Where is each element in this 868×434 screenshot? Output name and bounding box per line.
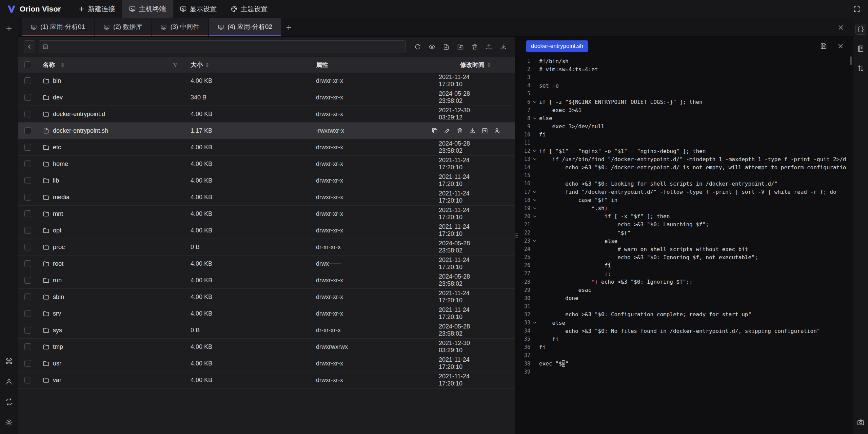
copy-path-button[interactable] [431,127,438,134]
sort-size-icon[interactable] [206,63,209,67]
topnav-item-3[interactable]: 显示设置 [173,0,224,18]
fold-toggle[interactable] [530,100,539,105]
delete-button[interactable] [469,41,481,53]
row-checkbox[interactable] [24,127,31,134]
file-name[interactable]: run [53,277,62,284]
upload-button[interactable] [483,41,495,53]
table-row[interactable]: docker-entrypoint.d4.00 KBdrwxr-xr-x2021… [18,106,515,122]
back-button[interactable] [24,40,35,53]
command-snippets-button[interactable] [855,43,867,54]
row-checkbox[interactable] [24,161,31,167]
file-name[interactable]: docker-entrypoint.d [53,111,105,118]
row-checkbox[interactable] [24,94,31,101]
sort-mtime-icon[interactable] [488,63,490,67]
topnav-item-4[interactable]: 主题设置 [224,0,275,18]
directory-tree-icon[interactable] [42,44,48,50]
permission-button[interactable] [494,127,501,134]
transfer-list-button[interactable] [855,62,867,74]
row-checkbox[interactable] [24,244,31,250]
select-all-checkbox[interactable] [24,61,31,68]
filter-icon[interactable] [172,62,178,68]
code-editor[interactable]: 1#!/bin/sh2# vim:sw=4:ts=4:et34set -e56i… [519,55,853,434]
row-checkbox[interactable] [24,144,31,151]
fold-toggle[interactable] [530,116,539,121]
table-row[interactable]: home4.00 KBdrwxr-xr-x2021-11-24 17:20:10 [18,156,515,172]
row-checkbox[interactable] [24,194,31,201]
download-button[interactable] [469,127,476,134]
path-input[interactable] [51,43,402,51]
file-name[interactable]: media [53,194,70,201]
fold-toggle[interactable] [530,320,539,325]
file-name[interactable]: docker-entrypoint.sh [53,127,108,134]
terminal-settings-button[interactable] [855,24,866,35]
new-file-button[interactable] [440,41,452,53]
add-tab-button[interactable] [281,18,297,36]
file-name[interactable]: tmp [53,343,63,351]
row-checkbox[interactable] [24,360,31,367]
row-checkbox[interactable] [24,327,31,334]
shortcut-keys-button[interactable] [3,355,15,367]
table-row[interactable]: root4.00 KBdrwx------2021-11-24 17:20:10 [18,256,515,272]
table-row[interactable]: run4.00 KBdrwxr-xr-x2024-05-28 23:58:02 [18,272,515,289]
move-button[interactable] [481,127,489,134]
fold-toggle[interactable] [530,190,539,194]
screenshot-button[interactable] [855,416,867,428]
delete-button[interactable] [456,127,463,134]
topnav-item-1[interactable]: 新建连接 [71,0,122,18]
fullscreen-button[interactable] [850,3,863,16]
row-checkbox[interactable] [24,260,31,267]
file-name[interactable]: home [53,161,68,168]
table-row[interactable]: usr4.00 KBdrwxr-xr-x2021-11-24 17:20:10 [18,355,515,372]
close-editor-button[interactable] [835,41,846,51]
table-row[interactable]: tmp4.00 KBdrwxrwxrwx2021-12-30 03:29:10 [18,339,515,355]
user-info-button[interactable] [3,376,15,387]
row-checkbox[interactable] [24,177,31,184]
sort-name-icon[interactable] [61,63,64,67]
fold-toggle[interactable] [530,198,539,203]
save-file-button[interactable] [818,41,829,51]
table-row[interactable]: sys0 Bdr-xr-xr-x2024-05-28 23:58:02 [18,322,515,339]
table-row[interactable]: etc4.00 KBdrwxr-xr-x2024-05-28 23:58:02 [18,139,515,156]
file-name[interactable]: etc [53,144,61,151]
close-terminal-button[interactable] [834,18,848,36]
path-bar[interactable] [39,40,406,53]
fold-toggle[interactable] [530,149,539,153]
table-row[interactable]: mnt4.00 KBdrwxr-xr-x2021-11-24 17:20:10 [18,206,515,222]
fold-toggle[interactable] [530,214,539,219]
file-name[interactable]: proc [53,244,65,251]
settings-button[interactable] [3,416,15,428]
editor-scrollbar[interactable] [850,56,852,65]
table-row[interactable]: var4.00 KBdrwxr-xr-x2021-11-24 17:20:10 [18,372,515,389]
fold-toggle[interactable] [530,239,539,243]
new-folder-button[interactable] [454,41,467,53]
terminal-tab-3[interactable]: (3) 中间件 [152,18,208,36]
fold-toggle[interactable] [530,157,539,162]
terminal-tab-4[interactable]: (4) 应用-分析02 [209,18,281,36]
editor-file-tab[interactable]: docker-entrypoint.sh [526,40,588,52]
new-connection-button[interactable] [3,23,15,34]
file-name[interactable]: lib [53,177,59,184]
file-name[interactable]: dev [53,94,63,101]
sync-button[interactable] [3,396,15,408]
refresh-button[interactable] [412,41,424,53]
row-checkbox[interactable] [24,310,31,317]
file-name[interactable]: mnt [53,210,63,218]
file-name[interactable]: sbin [53,294,64,301]
preview-button[interactable] [426,41,438,53]
row-checkbox[interactable] [24,77,31,84]
row-checkbox[interactable] [24,210,31,217]
file-name[interactable]: usr [53,360,61,367]
topnav-item-2[interactable]: 主机终端 [122,0,173,18]
file-name[interactable]: var [53,377,61,384]
file-name[interactable]: bin [53,77,61,84]
row-checkbox[interactable] [24,227,31,234]
table-row[interactable]: opt4.00 KBdrwxr-xr-x2021-11-24 17:20:10 [18,222,515,239]
row-checkbox[interactable] [24,277,31,284]
table-row[interactable]: lib4.00 KBdrwxr-xr-x2021-11-24 17:20:10 [18,172,515,189]
file-name[interactable]: root [53,260,63,267]
row-checkbox[interactable] [24,377,31,383]
table-row[interactable]: proc0 Bdr-xr-xr-x2024-05-28 23:58:02 [18,239,515,256]
terminal-tab-2[interactable]: (2) 数据库 [95,18,151,36]
row-checkbox[interactable] [24,294,31,300]
file-name[interactable]: sys [53,327,62,334]
